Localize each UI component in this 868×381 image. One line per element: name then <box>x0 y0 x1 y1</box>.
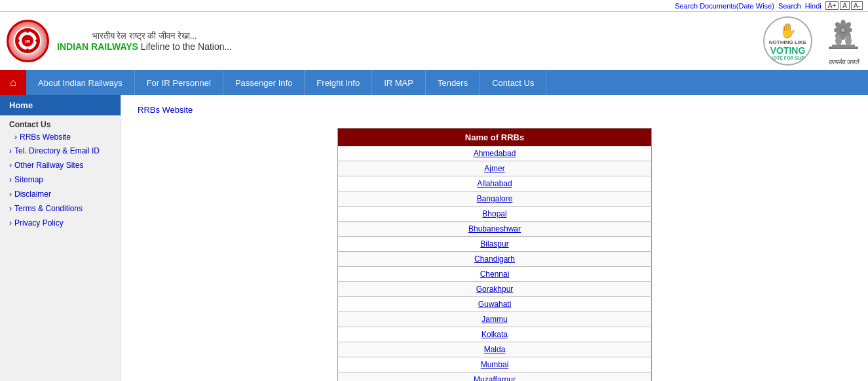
font-size-controls: A+ A A- <box>825 1 863 10</box>
sidebar-terms-label: Terms & Conditions <box>14 204 83 213</box>
svg-point-5 <box>26 49 29 51</box>
nav-home-button[interactable]: ⌂ <box>0 70 26 95</box>
top-bar: Search Documents(Date Wise) Search Hindi… <box>0 0 868 12</box>
rrb-link[interactable]: Mumbai <box>481 360 509 369</box>
table-row: Malda <box>338 342 652 357</box>
sidebar-tel-arrow: › <box>9 146 12 155</box>
table-row: Chandigarh <box>338 252 652 267</box>
font-normal-button[interactable]: A <box>840 1 850 10</box>
font-increase-button[interactable]: A+ <box>825 1 839 10</box>
nav-item-tenders[interactable]: Tenders <box>426 70 480 95</box>
nav-item-ir-personnel[interactable]: For IR Personnel <box>135 70 223 95</box>
table-row: Bilaspur <box>338 237 652 252</box>
ashoka-text: सत्यमेव जयते <box>828 58 859 66</box>
logo-inner: IR <box>9 22 47 61</box>
nav-item-contact[interactable]: Contact Us <box>480 70 546 95</box>
sidebar-tel-directory[interactable]: › Tel. Directory & Email ID <box>0 144 121 158</box>
rrb-link[interactable]: Chandigarh <box>474 254 515 264</box>
svg-point-23 <box>846 35 851 40</box>
rrb-link[interactable]: Gorakhpur <box>476 285 514 294</box>
rrb-link[interactable]: Bilaspur <box>480 239 508 249</box>
svg-text:IR: IR <box>25 39 30 45</box>
rrb-link[interactable]: Bhubaneshwar <box>468 224 521 233</box>
nav-item-about[interactable]: About Indian Railways <box>26 70 135 95</box>
sidebar-disclaimer-arrow: › <box>9 190 12 199</box>
header-right: ✋ NOTHING LIKE VOTING I VOTE FOR SURE <box>763 16 861 66</box>
sidebar-privacy-arrow: › <box>9 218 12 228</box>
vote-icon: ✋ <box>779 22 797 39</box>
vote-line3: I VOTE FOR SURE <box>768 56 808 60</box>
sidebar-arrow-icon: › <box>14 132 17 142</box>
logo-english-text: INDIAN RAILWAYS Lifeline to the Nation..… <box>57 41 232 52</box>
svg-point-17 <box>841 28 845 32</box>
ir-logo-svg: IR <box>13 26 43 56</box>
logo-text-block: भारतीय रेल राष्ट्र की जीवन रेखा... INDIA… <box>57 31 232 52</box>
rrb-link[interactable]: Guwahati <box>478 300 512 309</box>
nav-item-ir-map[interactable]: IR MAP <box>372 70 426 95</box>
header: IR भारतीय रेल राष्ट्र की जीवन रेखा... IN… <box>0 12 868 70</box>
rrb-link[interactable]: Allahabad <box>477 179 512 188</box>
sidebar-sitemap[interactable]: › Sitemap <box>0 172 121 187</box>
rrb-link[interactable]: Chennai <box>480 270 510 279</box>
rrb-table-header: Name of RRBs <box>338 129 652 147</box>
main-layout: Home Contact Us › RRBs Website › Tel. Di… <box>0 95 868 381</box>
logo-hindi-text: भारतीय रेल राष्ट्र की जीवन रेखा... <box>57 31 232 41</box>
ashoka-emblem-block: सत्यमेव जयते <box>825 16 861 66</box>
sidebar-terms-arrow: › <box>9 204 12 213</box>
svg-point-4 <box>26 30 29 33</box>
rrb-link[interactable]: Jammu <box>481 315 507 324</box>
rrb-link[interactable]: Ajmer <box>484 164 504 173</box>
sidebar-privacy-label: Privacy Policy <box>14 218 64 228</box>
table-row: Kolkata <box>338 327 652 342</box>
rrbs-breadcrumb-link[interactable]: RRBs Website <box>138 105 852 115</box>
sidebar-disclaimer-label: Disclaimer <box>14 190 51 199</box>
ir-logo: IR <box>7 20 49 62</box>
nav-item-freight[interactable]: Freight Info <box>305 70 372 95</box>
content-area: RRBs Website Name of RRBs AhmedabadAjmer… <box>121 95 868 381</box>
rrb-link[interactable]: Muzaffarpur <box>474 375 516 381</box>
sidebar-home-button[interactable]: Home <box>0 95 121 115</box>
search-documents-link[interactable]: Search Documents(Date Wise) <box>675 2 774 10</box>
rrb-link[interactable]: Kolkata <box>481 330 508 339</box>
table-row: Mumbai <box>338 357 652 372</box>
nav-item-passenger[interactable]: Passenger Info <box>223 70 305 95</box>
table-row: Ahmedabad <box>338 146 652 161</box>
sidebar: Home Contact Us › RRBs Website › Tel. Di… <box>0 95 121 381</box>
logo-suffix: Lifeline to the Nation... <box>141 41 232 52</box>
font-decrease-button[interactable]: A- <box>851 1 863 10</box>
rrb-link[interactable]: Bhopal <box>482 209 506 218</box>
logo-ir-strong: INDIAN RAILWAYS <box>57 41 141 52</box>
table-row: Allahabad <box>338 176 652 191</box>
table-row: Guwahati <box>338 297 652 312</box>
sidebar-sitemap-label: Sitemap <box>14 175 43 184</box>
sidebar-other-arrow: › <box>9 161 12 170</box>
sidebar-other-railway[interactable]: › Other Railway Sites <box>0 158 121 172</box>
vote-badge: ✋ NOTHING LIKE VOTING I VOTE FOR SURE <box>763 16 812 66</box>
hindi-link[interactable]: Hindi <box>805 2 821 10</box>
search-link[interactable]: Search <box>778 2 801 10</box>
header-left: IR भारतीय रेल राष्ट्र की जीवन रेखा... IN… <box>7 20 232 62</box>
sidebar-rrbs-website[interactable]: › RRBs Website <box>0 130 121 144</box>
rrb-table: Name of RRBs AhmedabadAjmerAllahabadBang… <box>337 128 652 381</box>
table-row: Bangalore <box>338 191 652 207</box>
rrb-link[interactable]: Bangalore <box>477 194 513 203</box>
vote-line1: NOTHING LIKE <box>769 39 806 45</box>
table-row: Gorakhpur <box>338 282 652 297</box>
svg-point-22 <box>836 35 841 40</box>
rrb-link[interactable]: Malda <box>484 345 506 354</box>
table-row: Bhopal <box>338 207 652 222</box>
table-row: Jammu <box>338 312 652 327</box>
sidebar-sitemap-arrow: › <box>9 175 12 184</box>
svg-rect-19 <box>832 45 855 48</box>
nav-bar: ⌂ About Indian Railways For IR Personnel… <box>0 70 868 95</box>
svg-point-7 <box>35 39 38 42</box>
sidebar-terms[interactable]: › Terms & Conditions <box>0 201 121 216</box>
svg-point-6 <box>17 39 20 42</box>
sidebar-tel-label: Tel. Directory & Email ID <box>14 146 100 155</box>
table-row: Muzaffarpur <box>338 372 652 382</box>
table-row: Bhubaneshwar <box>338 222 652 237</box>
sidebar-disclaimer[interactable]: › Disclaimer <box>0 187 121 201</box>
rrb-link[interactable]: Ahmedabad <box>474 149 516 158</box>
sidebar-privacy[interactable]: › Privacy Policy <box>0 216 121 230</box>
sidebar-other-label: Other Railway Sites <box>14 161 83 170</box>
